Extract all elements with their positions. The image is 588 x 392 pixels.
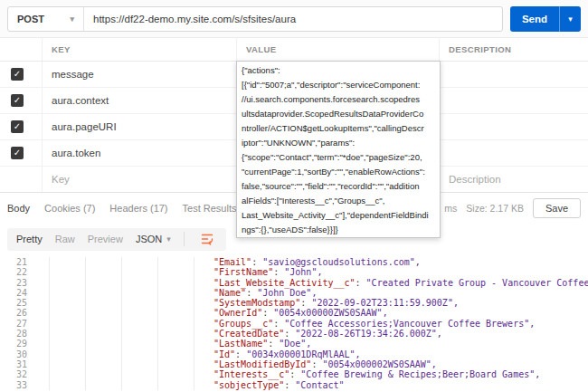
json-value: "2022-09-02T23:11:59.900Z", <box>311 298 459 308</box>
value-editor-popup[interactable]: {"actions": [{"id":"5007;a","descriptor"… <box>236 61 441 238</box>
json-key: "CreatedDate" <box>213 329 284 339</box>
send-button[interactable]: Send <box>510 6 559 32</box>
json-key: "sobjectType" <box>213 380 284 390</box>
json-key: "LastModifiedById" <box>213 359 311 369</box>
row-checkbox[interactable]: ✓ <box>11 94 24 107</box>
indent-guides <box>36 267 213 277</box>
check-icon: ✓ <box>14 96 21 105</box>
view-mode-preview[interactable]: Preview <box>88 234 123 244</box>
param-key[interactable]: aura.token <box>43 140 237 166</box>
response-tab-cookies[interactable]: Cookies (7) <box>44 203 95 214</box>
code-line: 26"OwnerId": "0054x00000ZWS0SAAW", <box>0 308 588 318</box>
json-colon: : <box>273 319 284 329</box>
view-mode-group: PrettyRawPreview JSON ▾ <box>7 228 226 251</box>
json-colon: : <box>273 267 284 277</box>
column-header-value: VALUE <box>237 38 440 61</box>
view-mode-pretty[interactable]: Pretty <box>16 234 43 244</box>
json-key: "Name" <box>213 288 246 298</box>
column-header-description: DESCRIPTION <box>440 38 588 61</box>
json-value: "Doe", <box>279 339 311 349</box>
json-colon: : <box>311 359 322 369</box>
json-colon: : <box>356 278 366 288</box>
description-input[interactable]: Description <box>440 167 588 192</box>
method-label: POST <box>17 14 44 24</box>
indent-guides <box>36 369 213 379</box>
json-value: "Contact" <box>295 380 344 390</box>
line-number: 27 <box>0 319 36 329</box>
response-size: Size: 2.17 KB <box>466 203 524 214</box>
row-checkbox[interactable]: ✓ <box>11 68 24 81</box>
code-line: 25"SystemModstamp": "2022-09-02T23:11:59… <box>0 298 588 308</box>
code-line: 29"LastName": "Doe", <box>0 339 588 349</box>
code-line: 27"Groups__c": "Coffee Accessories;Vanco… <box>0 319 588 329</box>
param-key[interactable]: message <box>43 62 237 87</box>
json-key: "OwnerId" <box>213 308 262 318</box>
json-key: "LastName" <box>213 339 268 349</box>
code-line: 22"FirstName": "John", <box>0 267 588 277</box>
chevron-down-icon: ▾ <box>166 235 171 244</box>
param-description[interactable] <box>440 140 588 166</box>
param-key[interactable]: aura.pageURI <box>43 114 237 139</box>
json-value: "savio@gscloudsolutions.com", <box>262 257 421 267</box>
response-view-bar: PrettyRawPreview JSON ▾ <box>7 224 226 254</box>
request-bar: POST ▾ https://df22-demo.my.site.com/s/s… <box>0 0 588 38</box>
param-description[interactable] <box>440 88 588 113</box>
check-icon: ✓ <box>14 148 21 158</box>
indent-guides <box>36 298 213 308</box>
code-line: 21"Email": "savio@gscloudsolutions.com", <box>0 257 588 267</box>
json-key: "SystemModstamp" <box>213 298 300 308</box>
json-colon: : <box>284 380 295 390</box>
indent-guides <box>36 288 213 298</box>
json-value: "Coffee Accessories;Vancouver Coffee Bre… <box>284 319 535 329</box>
code-line: 33"sobjectType": "Contact" <box>0 380 588 390</box>
indent-guides <box>36 349 213 359</box>
chevron-down-icon: ▾ <box>70 15 74 24</box>
line-number: 23 <box>0 278 36 288</box>
url-input[interactable]: https://df22-demo.my.site.com/s/sfsites/… <box>84 14 502 24</box>
indent-guides <box>36 308 213 318</box>
json-key: "Email" <box>213 257 251 267</box>
line-number: 31 <box>0 359 36 369</box>
json-value: "Created Private Group - Vancouver Coffe… <box>366 278 588 288</box>
checkbox-cell: ✓ <box>0 140 43 166</box>
beautify-icon-glyph <box>201 233 213 245</box>
json-value: "0034x00001DRqMlAAL", <box>246 349 360 359</box>
param-description[interactable] <box>440 62 588 87</box>
line-number: 32 <box>0 369 36 379</box>
json-value: "John Doe", <box>257 288 317 298</box>
request-url-box: POST ▾ https://df22-demo.my.site.com/s/s… <box>7 6 503 32</box>
code-line: 28"CreatedDate": "2022-08-26T19:34:26.00… <box>0 329 588 339</box>
send-options-button[interactable]: ▾ <box>559 6 581 32</box>
line-number: 25 <box>0 298 36 308</box>
row-checkbox[interactable]: ✓ <box>11 147 24 159</box>
save-response-button[interactable]: Save <box>533 198 581 218</box>
response-body[interactable]: 21"Email": "savio@gscloudsolutions.com",… <box>0 254 588 392</box>
beautify-icon[interactable] <box>197 229 217 249</box>
line-number: 21 <box>0 257 36 267</box>
json-key: "Interests__c" <box>213 369 289 379</box>
api-client-window: POST ▾ https://df22-demo.my.site.com/s/s… <box>0 0 588 392</box>
json-value: "John", <box>284 267 322 277</box>
language-select[interactable]: JSON ▾ <box>136 234 171 244</box>
indent-guides <box>36 257 213 267</box>
key-input[interactable]: Key <box>43 167 237 192</box>
param-key[interactable]: aura.context <box>43 88 237 113</box>
json-value: "0054x000002WS0SAAW", <box>322 359 436 369</box>
json-colon: : <box>268 339 279 349</box>
json-key: "Last_Website_Activity__c" <box>213 278 356 288</box>
view-mode-raw[interactable]: Raw <box>55 234 75 244</box>
code-line: 32"Interests__c": "Coffee Brewing & Reci… <box>0 369 588 379</box>
method-select[interactable]: POST ▾ <box>8 7 84 31</box>
column-header-key: KEY <box>43 38 237 61</box>
row-checkbox[interactable]: ✓ <box>11 120 24 133</box>
param-description[interactable] <box>440 114 588 139</box>
checkbox-cell: ✓ <box>0 114 43 139</box>
indent-guides <box>36 329 213 339</box>
indent-guides <box>36 339 213 349</box>
response-tab-body[interactable]: Body <box>7 203 30 214</box>
code-line: 30"Id": "0034x00001DRqMlAAL", <box>0 349 588 359</box>
response-tabs: BodyCookies (7)Headers (17)Test Results <box>7 203 236 214</box>
response-tab-test[interactable]: Test Results <box>183 203 237 214</box>
response-tab-headers[interactable]: Headers (17) <box>109 203 167 214</box>
code-line: 24"Name": "John Doe", <box>0 288 588 298</box>
